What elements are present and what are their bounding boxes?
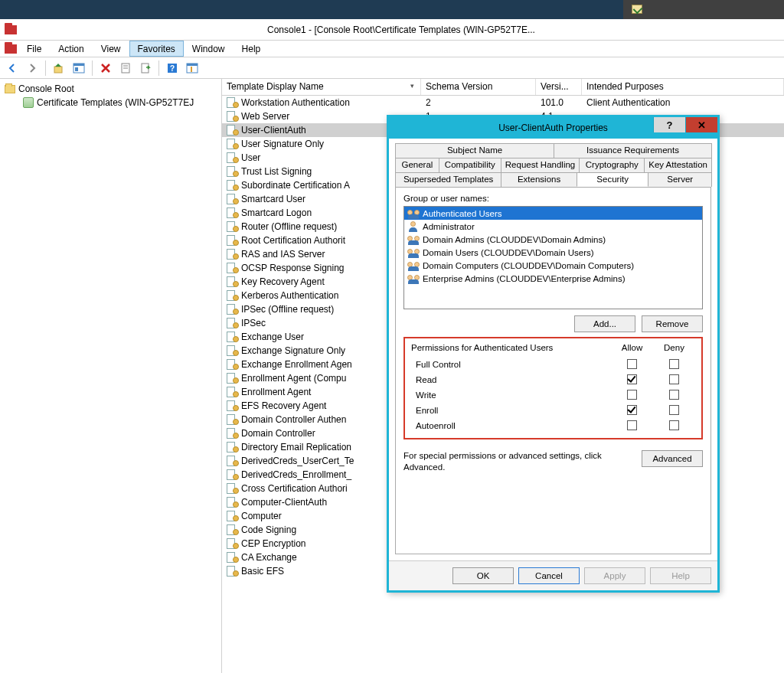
row-name: CA Exchange: [241, 552, 297, 563]
deny-checkbox[interactable]: [669, 420, 679, 430]
deny-checkbox[interactable]: [669, 390, 679, 400]
menu-view[interactable]: View: [93, 41, 129, 57]
tab-superseded-templates[interactable]: Superseded Templates: [395, 172, 501, 187]
allow-checkbox[interactable]: [627, 359, 637, 369]
principal-item[interactable]: Authenticated Users: [404, 207, 702, 220]
principals-list[interactable]: Authenticated UsersAdministratorDomain A…: [403, 206, 703, 309]
up-button[interactable]: [50, 60, 68, 77]
table-row[interactable]: Workstation Authentication2101.0Client A…: [222, 96, 784, 109]
cert-template-icon: [227, 332, 239, 342]
row-name: User-ClientAuth: [241, 125, 306, 136]
ok-button[interactable]: OK: [452, 567, 514, 584]
apply-button[interactable]: Apply: [584, 567, 645, 584]
deny-checkbox[interactable]: [669, 405, 679, 415]
group-icon: [407, 234, 420, 245]
cert-template-icon: [227, 414, 239, 425]
permission-row: Write: [411, 387, 695, 403]
row-name: Code Signing: [241, 524, 296, 535]
tab-issuance-requirements[interactable]: Issuance Requirements: [554, 143, 712, 158]
add-button[interactable]: Add...: [574, 315, 635, 332]
column-version[interactable]: Versi...: [536, 79, 582, 95]
tab-security[interactable]: Security: [577, 172, 649, 187]
back-button[interactable]: [3, 60, 21, 77]
help-button[interactable]: ?: [163, 60, 181, 77]
row-name: Smartcard User: [241, 194, 305, 204]
export-list-button[interactable]: [136, 60, 155, 77]
cert-template-icon: [227, 139, 239, 149]
delete-button[interactable]: [96, 60, 115, 77]
allow-checkbox[interactable]: [627, 390, 637, 400]
cancel-button[interactable]: Cancel: [518, 567, 580, 584]
svg-rect-12: [191, 67, 192, 72]
user-icon: [407, 221, 420, 232]
dialog-titlebar[interactable]: User-ClientAuth Properties ? ✕: [389, 117, 717, 139]
help-button[interactable]: Help: [650, 567, 711, 584]
remove-button[interactable]: Remove: [642, 315, 703, 332]
dialog-close-button[interactable]: ✕: [685, 117, 717, 132]
forward-button[interactable]: [23, 60, 41, 77]
deny-checkbox[interactable]: [669, 359, 679, 369]
row-name: User Signature Only: [241, 139, 324, 149]
cert-template-icon: [227, 152, 239, 163]
principal-name: Domain Computers (CLOUDDEV\Domain Comput…: [423, 261, 634, 270]
svg-text:?: ?: [170, 64, 175, 73]
column-intended-purposes[interactable]: Intended Purposes: [582, 79, 784, 95]
properties-button[interactable]: [116, 60, 135, 77]
cert-template-icon: [227, 345, 239, 356]
tab-extensions[interactable]: Extensions: [501, 172, 577, 187]
tab-general[interactable]: General: [395, 158, 439, 172]
principal-item[interactable]: Administrator: [404, 220, 702, 233]
tree-pane[interactable]: Console Root Certificate Templates (WIN-…: [0, 79, 222, 673]
menu-favorites[interactable]: Favorites: [129, 41, 184, 57]
row-version: 101.0: [536, 97, 582, 108]
view-options-button[interactable]: [183, 60, 201, 77]
tab-cryptography[interactable]: Cryptography: [579, 158, 645, 172]
tab-subject-name[interactable]: Subject Name: [395, 143, 554, 158]
allow-checkbox[interactable]: [627, 420, 637, 430]
row-purpose: Client Authentication: [582, 97, 784, 108]
dialog-help-button[interactable]: ?: [653, 117, 685, 132]
cert-template-icon: [227, 194, 239, 204]
row-name: Domain Controller: [241, 428, 315, 439]
cert-template-icon: [227, 373, 239, 384]
principal-name: Authenticated Users: [423, 209, 502, 218]
show-hide-tree-button[interactable]: [70, 60, 88, 77]
menubar: File Action View Favorites Window Help: [0, 41, 784, 57]
cert-template-icon: [227, 235, 239, 246]
column-schema-version[interactable]: Schema Version: [421, 79, 536, 95]
allow-checkbox[interactable]: [627, 405, 637, 415]
principal-item[interactable]: Enterprise Admins (CLOUDDEV\Enterprise A…: [404, 272, 702, 285]
allow-header: Allow: [611, 343, 653, 352]
titlebar: Console1 - [Console Root\Certificate Tem…: [0, 19, 784, 41]
row-name: Workstation Authentication: [241, 97, 350, 108]
menu-action[interactable]: Action: [50, 41, 92, 57]
list-header: Template Display Name▾ Schema Version Ve…: [222, 79, 784, 96]
advanced-button[interactable]: Advanced: [642, 450, 703, 467]
menu-help[interactable]: Help: [234, 41, 270, 57]
cert-template-icon: [227, 524, 239, 535]
cert-template-icon: [227, 552, 239, 563]
cert-template-icon: [227, 359, 239, 370]
system-menu-icon[interactable]: [3, 41, 18, 57]
tab-request-handling[interactable]: Request Handling: [501, 158, 580, 172]
tray-icon[interactable]: [632, 5, 642, 14]
permission-name: Read: [411, 375, 611, 384]
menu-window[interactable]: Window: [184, 41, 234, 57]
tab-key-attestation[interactable]: Key Attestation: [644, 158, 712, 172]
tab-server[interactable]: Server: [648, 172, 712, 187]
row-name: EFS Recovery Agent: [241, 400, 326, 411]
tree-cert-templates[interactable]: Certificate Templates (WIN-GP52T7EJ: [2, 96, 220, 109]
deny-checkbox[interactable]: [669, 374, 679, 384]
tree-root[interactable]: Console Root: [2, 82, 220, 96]
column-template-name[interactable]: Template Display Name▾: [222, 79, 421, 95]
principal-item[interactable]: Domain Computers (CLOUDDEV\Domain Comput…: [404, 259, 702, 272]
menu-file[interactable]: File: [18, 41, 50, 57]
svg-rect-2: [74, 64, 84, 66]
principal-item[interactable]: Domain Admins (CLOUDDEV\Domain Admins): [404, 233, 702, 246]
principal-item[interactable]: Domain Users (CLOUDDEV\Domain Users): [404, 246, 702, 259]
principal-name: Administrator: [423, 222, 475, 231]
row-name: Root Certification Authorit: [241, 235, 345, 246]
allow-checkbox[interactable]: [627, 374, 637, 384]
tab-compatibility[interactable]: Compatibility: [439, 158, 501, 172]
properties-dialog: User-ClientAuth Properties ? ✕ Subject N…: [387, 115, 720, 593]
